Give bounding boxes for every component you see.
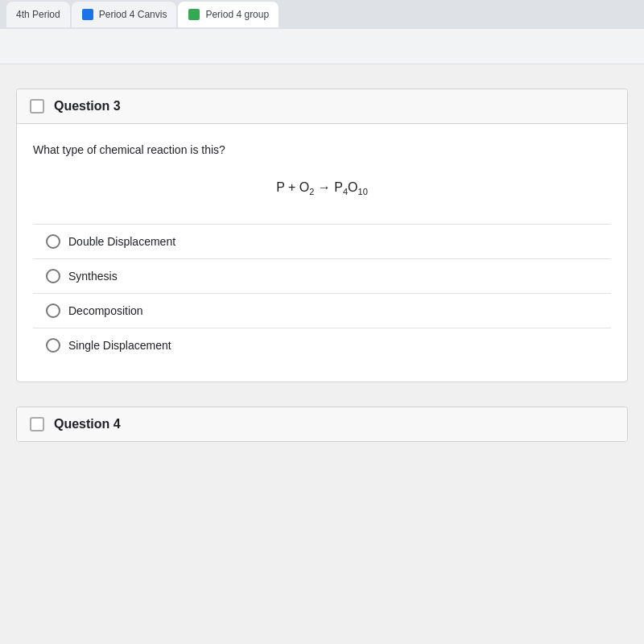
question-4-header: Question 4 <box>17 407 627 441</box>
chemical-equation: P + O2 → P4O10 <box>33 172 611 204</box>
answer-options: Double Displacement Synthesis Decomposit… <box>33 224 611 362</box>
question-3-checkbox[interactable] <box>30 99 44 114</box>
question-4-card: Question 4 <box>16 407 628 442</box>
option-single-displacement-label: Single Displacement <box>68 339 171 352</box>
option-decomposition-label: Decomposition <box>68 304 143 317</box>
radio-single-displacement[interactable] <box>46 338 60 353</box>
question-3-header: Question 3 <box>17 89 627 124</box>
radio-synthesis[interactable] <box>46 269 60 283</box>
browser-toolbar <box>0 29 644 64</box>
question-4-checkbox[interactable] <box>30 417 44 431</box>
option-single-displacement[interactable]: Single Displacement <box>33 328 611 362</box>
tab-period4-canvis[interactable]: Period 4 Canvis <box>72 2 177 27</box>
option-synthesis-label: Synthesis <box>68 270 118 283</box>
option-synthesis[interactable]: Synthesis <box>33 258 611 293</box>
option-double-displacement-label: Double Displacement <box>68 235 175 248</box>
tab-period4-group[interactable]: Period 4 group <box>178 2 279 27</box>
tab-bar: 4th Period Period 4 Canvis Period 4 grou… <box>0 0 644 29</box>
radio-decomposition[interactable] <box>46 303 60 318</box>
question-3-title: Question 3 <box>54 99 121 114</box>
page-content: Question 3 What type of chemical reactio… <box>0 64 644 644</box>
radio-double-displacement[interactable] <box>46 234 60 249</box>
question-3-text: What type of chemical reaction is this? <box>33 143 611 156</box>
group-icon <box>188 8 200 21</box>
tab-period4-canvis-label: Period 4 Canvis <box>99 9 167 20</box>
tab-period4-group-label: Period 4 group <box>205 9 269 20</box>
option-double-displacement[interactable]: Double Displacement <box>33 224 611 258</box>
question-3-card: Question 3 What type of chemical reactio… <box>16 89 628 382</box>
question-4-title: Question 4 <box>54 417 121 431</box>
tab-4th-period[interactable]: 4th Period <box>6 2 70 27</box>
option-decomposition[interactable]: Decomposition <box>33 293 611 328</box>
formula-display: P + O2 → P4O10 <box>276 180 368 194</box>
tab-4th-period-label: 4th Period <box>16 9 60 20</box>
canvis-icon <box>81 8 94 21</box>
question-3-body: What type of chemical reaction is this? … <box>17 124 627 382</box>
